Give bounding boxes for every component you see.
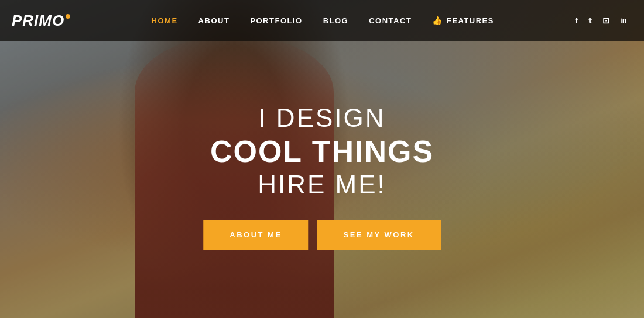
nav-item-portfolio[interactable]: PORTFOLIO <box>250 15 302 26</box>
logo[interactable]: PRIMO <box>12 12 70 30</box>
hero-content: I DESIGN COOL THINGS HIRE ME! ABOUT ME S… <box>203 103 441 250</box>
see-my-work-button[interactable]: SEE MY WORK <box>317 220 441 250</box>
instagram-link[interactable]: ⊡ <box>602 16 609 25</box>
twitter-link[interactable]: 𝕥 <box>588 16 592 25</box>
about-me-button[interactable]: ABOUT ME <box>203 220 308 250</box>
thumbs-up-icon: 👍 <box>432 16 443 25</box>
hero-line-1: I DESIGN <box>203 103 441 133</box>
nav-item-about[interactable]: ABOUT <box>198 15 230 26</box>
nav-link-portfolio[interactable]: PORTFOLIO <box>250 16 302 25</box>
social-links: f 𝕥 ⊡ in <box>575 16 626 26</box>
hero-section: PRIMO HOME ABOUT PORTFOLIO BLOG CONTACT … <box>0 0 644 318</box>
nav-link-contact[interactable]: CONTACT <box>369 16 412 25</box>
nav-item-contact[interactable]: CONTACT <box>369 15 412 26</box>
nav-links: HOME ABOUT PORTFOLIO BLOG CONTACT 👍 FEAT… <box>152 15 494 26</box>
nav-link-home[interactable]: HOME <box>152 16 178 25</box>
hero-line-2: COOL THINGS <box>203 134 441 169</box>
hero-buttons: ABOUT ME SEE MY WORK <box>203 220 441 250</box>
logo-dot <box>66 14 70 19</box>
logo-text: PRIMO <box>12 12 64 30</box>
nav-item-blog[interactable]: BLOG <box>323 15 349 26</box>
nav-item-features[interactable]: 👍 FEATURES <box>432 16 494 25</box>
features-label: FEATURES <box>447 16 494 25</box>
hero-line-3: HIRE ME! <box>203 170 441 199</box>
nav-link-about[interactable]: ABOUT <box>198 16 230 25</box>
main-nav: PRIMO HOME ABOUT PORTFOLIO BLOG CONTACT … <box>0 0 644 41</box>
linkedin-link[interactable]: in <box>620 16 626 25</box>
nav-item-home[interactable]: HOME <box>152 15 178 26</box>
nav-link-blog[interactable]: BLOG <box>323 16 349 25</box>
facebook-link[interactable]: f <box>575 16 578 26</box>
